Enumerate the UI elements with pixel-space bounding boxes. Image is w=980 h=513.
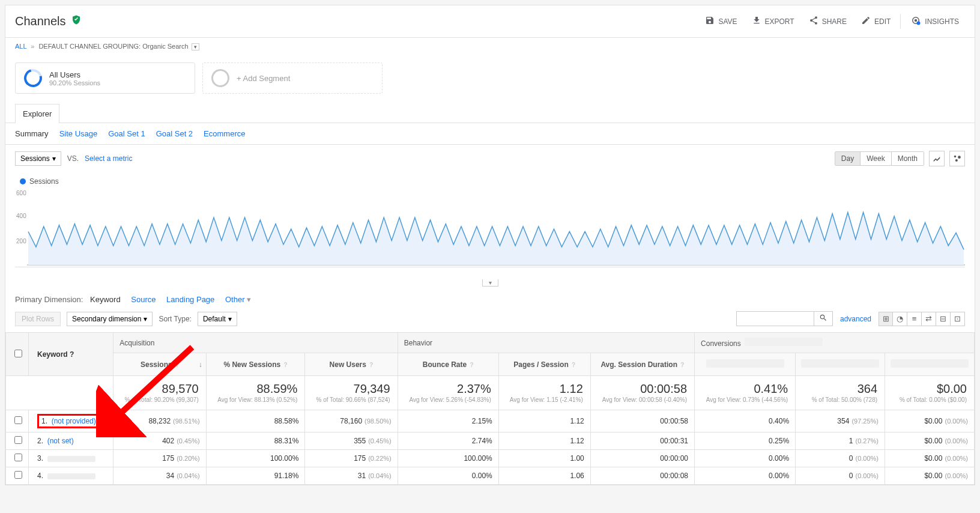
motion-chart-icon[interactable] (949, 151, 965, 166)
keyword-link[interactable]: (not provided) (52, 417, 96, 425)
keyword-table: Keyword ? Acquisition Behavior Conversio… (5, 332, 975, 485)
export-button[interactable]: EXPORT (746, 11, 800, 31)
secondary-dimension-dropdown[interactable]: Secondary dimension ▾ (67, 312, 153, 326)
svg-text:200: 200 (16, 238, 26, 244)
view-comparison-icon[interactable]: ⇄ (922, 312, 936, 326)
col-conv-3[interactable] (885, 353, 975, 376)
row-checkbox[interactable] (14, 416, 22, 424)
view-pie-icon[interactable]: ◔ (893, 312, 907, 326)
add-segment[interactable]: + Add Segment (202, 62, 383, 94)
edit-button[interactable]: EDIT (855, 11, 897, 31)
chevron-down-icon: ▾ (144, 315, 147, 323)
table-search-button[interactable] (814, 311, 833, 326)
dim-source[interactable]: Source (131, 295, 156, 304)
subtab-summary[interactable]: Summary (15, 129, 49, 138)
vs-label: VS. (67, 154, 79, 163)
col-sessions[interactable]: Sessions ?↓ (113, 353, 206, 376)
period-day[interactable]: Day (835, 152, 861, 165)
dim-landing-page[interactable]: Landing Page (166, 295, 214, 304)
table-row: 3. 175(0.20%) 100.00% 175(0.22%) 100.00%… (6, 450, 975, 467)
insights-label: INSIGHTS (925, 17, 959, 26)
col-keyword[interactable]: Keyword (37, 350, 68, 359)
chart-collapse-handle[interactable]: ▾ (482, 279, 498, 287)
row-checkbox[interactable] (14, 436, 22, 444)
period-month[interactable]: Month (892, 152, 924, 165)
subtab-ecommerce[interactable]: Ecommerce (204, 129, 245, 138)
breadcrumb-grouping-value: Organic Search (142, 43, 188, 50)
subtab-site-usage[interactable]: Site Usage (59, 129, 98, 138)
svg-text:600: 600 (16, 190, 26, 196)
col-conv-2[interactable] (796, 353, 885, 376)
period-week[interactable]: Week (861, 152, 891, 165)
col-pages-session[interactable]: Pages / Session ? (498, 353, 590, 376)
tab-explorer[interactable]: Explorer (15, 104, 59, 123)
table-row: 4. 34(0.04%) 91.18% 31(0.04%) 0.00% 1.06… (6, 467, 975, 485)
select-all-checkbox[interactable] (14, 350, 22, 357)
svg-point-2 (917, 22, 921, 25)
view-pivot-icon[interactable]: ⊡ (951, 312, 965, 326)
group-acquisition: Acquisition (113, 333, 398, 353)
share-label: SHARE (822, 17, 847, 26)
chevron-down-icon: ▾ (52, 154, 56, 163)
export-label: EXPORT (765, 17, 794, 26)
add-segment-label: + Add Segment (237, 74, 290, 83)
insights-icon (910, 15, 921, 28)
share-icon (809, 16, 818, 27)
secondary-dimension-label: Secondary dimension (72, 315, 141, 323)
table-search-input[interactable] (736, 311, 814, 326)
svg-point-3 (954, 156, 957, 158)
plot-rows-button: Plot Rows (15, 312, 61, 326)
save-icon (705, 16, 715, 27)
search-icon (819, 315, 827, 324)
sessions-line-chart: 600 400 200 (15, 188, 965, 266)
line-chart-icon[interactable] (929, 151, 945, 166)
col-new-users[interactable]: New Users ? (305, 353, 398, 376)
period-toggle: Day Week Month (835, 151, 924, 166)
advanced-filter-link[interactable]: advanced (840, 315, 871, 323)
col-bounce-rate[interactable]: Bounce Rate ? (398, 353, 498, 376)
svg-point-5 (955, 159, 958, 162)
subtab-goal-set-2[interactable]: Goal Set 2 (156, 129, 193, 138)
legend-dot-icon (20, 178, 26, 184)
segment-name: All Users (49, 70, 100, 79)
select-metric-link[interactable]: Select a metric (85, 154, 132, 163)
breadcrumb-all[interactable]: ALL (15, 43, 26, 50)
add-segment-ring-icon (208, 66, 233, 91)
subtab-goal-set-1[interactable]: Goal Set 1 (108, 129, 145, 138)
sort-type-dropdown[interactable]: Default ▾ (198, 312, 237, 326)
segment-all-users[interactable]: All Users 90.20% Sessions (15, 62, 195, 94)
share-button[interactable]: SHARE (803, 11, 853, 31)
group-conversions: Conversions (695, 333, 975, 353)
shield-verified-icon (71, 14, 82, 28)
table-row: 2. (not set) 402(0.45%) 88.31% 355(0.45%… (6, 433, 975, 450)
sort-type-value: Default (203, 315, 226, 323)
chart-metric-dropdown[interactable]: Sessions ▾ (15, 151, 61, 166)
table-row: 1. (not provided) 88,232(98.51%) 88.58% … (6, 410, 975, 433)
keyword-link[interactable]: (not set) (47, 437, 74, 445)
save-button[interactable]: SAVE (699, 11, 743, 31)
row-checkbox[interactable] (14, 454, 22, 461)
view-bar-icon[interactable]: ≡ (907, 312, 922, 326)
col-pct-new-sessions[interactable]: % New Sessions ? (206, 353, 305, 376)
dim-keyword[interactable]: Keyword (90, 295, 121, 304)
edit-label: EDIT (874, 17, 891, 26)
segment-ring-icon (21, 66, 46, 91)
chart-metric-label: Sessions (20, 154, 50, 163)
group-behavior: Behavior (398, 333, 694, 353)
breadcrumb-grouping-label: DEFAULT CHANNEL GROUPING: (38, 43, 141, 50)
primary-dimension-label: Primary Dimension: (15, 295, 83, 304)
svg-text:400: 400 (16, 213, 26, 219)
col-avg-duration[interactable]: Avg. Session Duration ? (590, 353, 694, 376)
sort-type-label: Sort Type: (159, 315, 191, 323)
view-term-cloud-icon[interactable]: ⊟ (936, 312, 951, 326)
page-title: Channels (15, 14, 66, 28)
breadcrumb-dropdown-icon[interactable]: ▾ (192, 43, 199, 50)
row-checkbox[interactable] (14, 471, 22, 479)
col-conv-1[interactable] (695, 353, 796, 376)
export-icon (752, 16, 761, 27)
segment-meta: 90.20% Sessions (49, 79, 100, 87)
breadcrumb: ALL » DEFAULT CHANNEL GROUPING: Organic … (5, 38, 975, 55)
dim-other[interactable]: Other ▾ (225, 295, 251, 304)
insights-button[interactable]: INSIGHTS (904, 11, 965, 31)
view-table-icon[interactable]: ⊞ (879, 312, 893, 326)
